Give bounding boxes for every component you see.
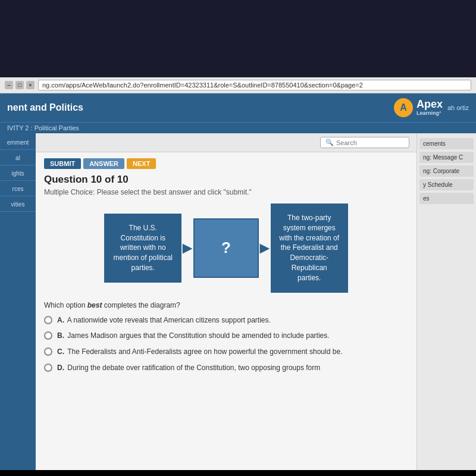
right-panel-message[interactable]: ng: Message C xyxy=(419,152,474,163)
question-content: SUBMIT ANSWER NEXT Question 10 of 10 Mul… xyxy=(36,152,416,470)
right-panel-cements[interactable]: cements xyxy=(419,138,474,149)
choice-a: A. A nationwide vote reveals that Americ… xyxy=(44,315,408,325)
toolbar: SUBMIT ANSWER NEXT xyxy=(44,158,408,169)
radio-d[interactable] xyxy=(44,364,52,372)
right-panel-corporate[interactable]: ng: Corporate xyxy=(419,165,474,177)
radio-c[interactable] xyxy=(44,347,52,356)
right-panel-schedule[interactable]: y Schedule xyxy=(419,179,474,190)
question-instruction: Multiple Choice: Please select the best … xyxy=(44,188,408,196)
top-dark-area xyxy=(0,0,476,77)
minimize-button[interactable]: – xyxy=(5,81,13,89)
choice-c: C. The Federalists and Anti-Federalists … xyxy=(44,347,408,357)
diagram-box-middle: ? xyxy=(193,218,259,278)
apex-logo: A Apex Learning° xyxy=(394,98,443,117)
choice-c-text: The Federalists and Anti-Federalists agr… xyxy=(67,347,342,356)
next-button[interactable]: NEXT xyxy=(127,158,156,169)
diagram-arrow-left: ► xyxy=(179,240,196,256)
diagram-box-right: The two-party system emerges with the cr… xyxy=(271,203,348,293)
submit-button[interactable]: SUBMIT xyxy=(44,158,81,169)
maximize-button[interactable]: □ xyxy=(15,81,24,89)
close-button[interactable]: × xyxy=(26,81,35,89)
apex-logo-text: Apex xyxy=(416,99,443,111)
search-input-wrap: 🔍 xyxy=(320,137,409,148)
choice-b: B. James Madison argues that the Constit… xyxy=(44,331,408,341)
address-bar[interactable]: ng.com/apps/AceWeb/launch2.do?enrollment… xyxy=(38,80,471,90)
choice-b-text: James Madison argues that the Constituti… xyxy=(67,331,329,340)
diagram-box-left: The U.S. Constitution is written with no… xyxy=(104,214,181,283)
apex-logo-icon: A xyxy=(394,98,413,117)
search-icon: 🔍 xyxy=(325,139,334,146)
choice-d: D. During the debate over ratification o… xyxy=(44,363,408,373)
apex-logo-sub: Learning° xyxy=(416,111,443,117)
choice-a-text: A nationwide vote reveals that American … xyxy=(67,316,271,324)
app-title: nent and Politics xyxy=(7,102,83,113)
breadcrumb: IVITY 2 : Political Parties xyxy=(0,122,476,133)
choice-d-text: During the debate over ratification of t… xyxy=(67,364,320,372)
which-option-label: Which option best completes the diagram? xyxy=(44,301,408,309)
radio-b[interactable] xyxy=(44,331,52,340)
right-panel-es[interactable]: es xyxy=(419,193,474,204)
content-area: 🔍 SUBMIT ANSWER NEXT Question 10 of 10 M… xyxy=(36,133,416,470)
search-bar-row: 🔍 xyxy=(36,133,416,152)
main-layout: ernment al ights rces vities 🔍 SUBMIT AN… xyxy=(0,133,476,470)
choice-b-label: B. xyxy=(57,331,64,340)
browser-chrome: – □ × ng.com/apps/AceWeb/launch2.do?enro… xyxy=(0,77,476,93)
question-title: Question 10 of 10 xyxy=(44,174,408,186)
left-sidebar: ernment al ights rces vities xyxy=(0,133,36,470)
choice-c-label: C. xyxy=(57,347,64,356)
sidebar-item-ights[interactable]: ights xyxy=(0,167,36,181)
sidebar-item-vities[interactable]: vities xyxy=(0,198,36,212)
right-sidebar: cements ng: Message C ng: Corporate y Sc… xyxy=(416,133,476,470)
answer-button[interactable]: ANSWER xyxy=(83,158,124,169)
search-input[interactable] xyxy=(336,139,404,146)
radio-a[interactable] xyxy=(44,316,52,324)
choice-d-label: D. xyxy=(57,364,64,372)
browser-controls: – □ × xyxy=(5,81,35,89)
diagram-container: The U.S. Constitution is written with no… xyxy=(44,203,408,293)
user-name: ah ortiz xyxy=(447,104,469,111)
sidebar-item-government[interactable]: ernment xyxy=(0,136,36,150)
choice-a-label: A. xyxy=(57,316,64,324)
diagram-arrow-right: ► xyxy=(256,240,273,256)
sidebar-item-al[interactable]: al xyxy=(0,151,36,165)
sidebar-item-rces[interactable]: rces xyxy=(0,182,36,196)
app-header: nent and Politics A Apex Learning° ah or… xyxy=(0,93,476,122)
